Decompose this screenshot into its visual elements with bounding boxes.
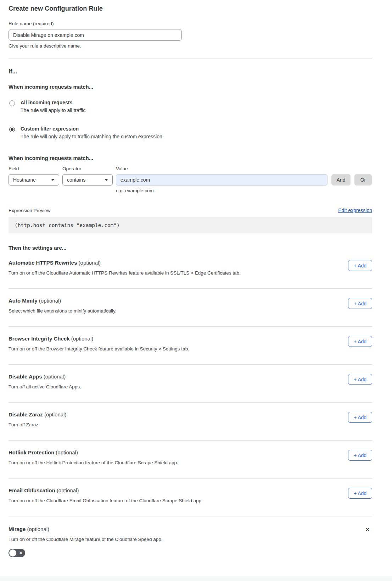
setting-description: Turn on or off the Hotlink Protection fe… (9, 460, 178, 465)
radio-label: Custom filter expression (21, 126, 162, 132)
chevron-down-icon (105, 179, 108, 181)
operator-select-value: contains (67, 177, 85, 183)
toggle-knob (9, 549, 16, 557)
setting-disable-apps: Disable Apps (optional) Turn off all act… (9, 365, 372, 403)
then-settings-heading: Then the settings are... (9, 245, 372, 251)
setting-automatic-https-rewrites: Automatic HTTPS Rewrites (optional) Turn… (9, 251, 372, 289)
add-button[interactable]: + Add (348, 336, 372, 347)
radio-button-checked-icon[interactable] (9, 127, 15, 132)
expression-text: (http.host contains "example.com") (15, 222, 120, 228)
radio-description: The rule will only apply to traffic matc… (21, 134, 162, 139)
setting-description: Select which file extensions to minify a… (9, 308, 116, 314)
radio-option-custom-filter[interactable]: Custom filter expression The rule will o… (9, 126, 372, 139)
value-label: Value (116, 166, 327, 171)
if-heading: If... (9, 68, 372, 75)
radio-button-unchecked-icon[interactable] (9, 100, 15, 106)
operator-label: Operator (62, 166, 113, 171)
rule-name-input[interactable] (9, 29, 182, 41)
setting-disable-zaraz: Disable Zaraz (optional) Turn off Zaraz.… (9, 403, 372, 441)
setting-title: Email Obfuscation (optional) (9, 487, 203, 493)
operator-select[interactable]: contains (62, 174, 113, 186)
builder-heading: When incoming requests match... (9, 155, 372, 161)
bottom-strip (0, 576, 392, 581)
value-input[interactable] (116, 174, 327, 186)
field-label: Field (9, 166, 59, 171)
toggle-off-icon: ✕ (19, 551, 23, 555)
section-divider (9, 59, 372, 59)
add-button[interactable]: + Add (348, 488, 372, 499)
field-select[interactable]: Hostname (9, 174, 59, 186)
setting-title: Automatic HTTPS Rewrites (optional) (9, 260, 241, 266)
mirage-toggle[interactable]: ✕ (9, 549, 25, 557)
add-button[interactable]: + Add (348, 450, 372, 461)
add-button[interactable]: + Add (348, 260, 372, 271)
or-button[interactable]: Or (354, 174, 372, 186)
add-button[interactable]: + Add (348, 298, 372, 309)
close-icon[interactable]: ✕ (365, 527, 370, 533)
expression-preview-code: (http.host contains "example.com") (9, 217, 372, 233)
setting-description: Turn on or off the Cloudflare Email Obfu… (9, 498, 203, 503)
edit-expression-link[interactable]: Edit expression (338, 208, 372, 213)
rule-name-label: Rule name (required) (9, 21, 372, 26)
setting-title: Browser Integrity Check (optional) (9, 336, 189, 342)
and-button[interactable]: And (331, 174, 351, 186)
setting-title: Auto Minify (optional) (9, 298, 116, 304)
setting-title: Hotlink Protection (optional) (9, 449, 178, 455)
setting-description: Turn off Zaraz. (9, 422, 66, 427)
add-button[interactable]: + Add (348, 374, 372, 385)
radio-option-all-requests[interactable]: All incoming requests The rule will appl… (9, 100, 372, 113)
page-title: Create new Configuration Rule (9, 5, 372, 12)
setting-description: Turn on or off the Cloudflare Automatic … (9, 270, 241, 276)
add-button[interactable]: + Add (348, 412, 372, 423)
match-heading: When incoming requests match... (9, 84, 372, 90)
field-select-value: Hostname (13, 177, 36, 183)
setting-description: Turn on or off the Cloudflare Mirage fea… (9, 537, 163, 542)
setting-mirage: Mirage (optional) Turn on or off the Clo… (9, 516, 372, 559)
radio-description: The rule will apply to all traffic (21, 107, 85, 113)
setting-browser-integrity-check: Browser Integrity Check (optional) Turn … (9, 327, 372, 365)
expression-builder-row: Field Hostname Operator contains Value A… (9, 166, 372, 186)
setting-description: Turn on or off the Browser Integrity Che… (9, 346, 189, 352)
chevron-down-icon (51, 179, 55, 181)
value-helper: e.g. example.com (116, 188, 372, 193)
setting-email-obfuscation: Email Obfuscation (optional) Turn on or … (9, 478, 372, 516)
setting-title: Disable Zaraz (optional) (9, 411, 66, 417)
expression-preview-label: Expression Preview (9, 208, 51, 213)
rule-name-helper: Give your rule a descriptive name. (9, 43, 372, 49)
create-configuration-rule-page: Create new Configuration Rule Rule name … (0, 0, 392, 581)
setting-description: Turn off all active Cloudflare Apps. (9, 384, 81, 389)
radio-label: All incoming requests (21, 100, 85, 105)
setting-title: Mirage (optional) (9, 526, 163, 532)
setting-title: Disable Apps (optional) (9, 374, 81, 380)
setting-hotlink-protection: Hotlink Protection (optional) Turn on or… (9, 441, 372, 478)
setting-auto-minify: Auto Minify (optional) Select which file… (9, 289, 372, 327)
